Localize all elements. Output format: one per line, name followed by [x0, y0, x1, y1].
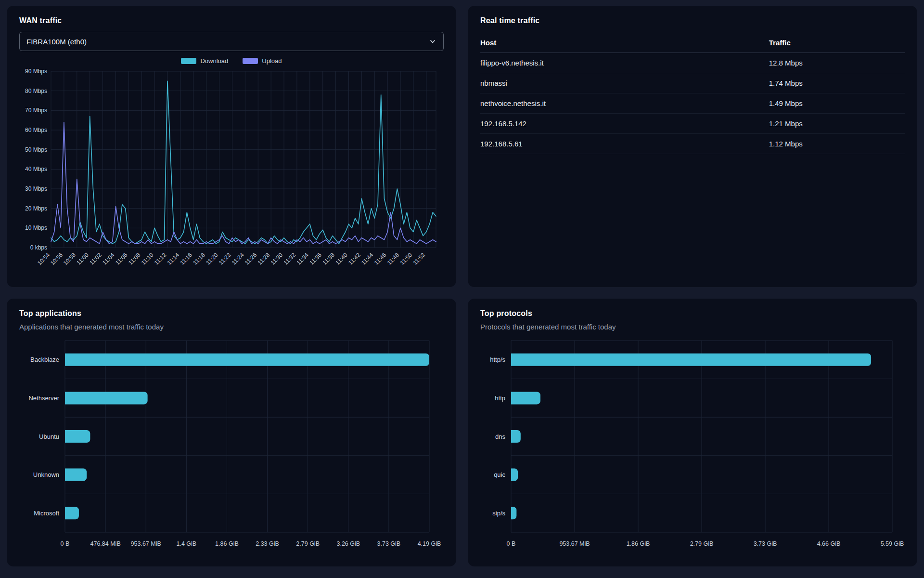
- svg-text:70 Mbps: 70 Mbps: [25, 107, 47, 114]
- upload-legend-swatch: [243, 58, 258, 64]
- svg-text:Ubuntu: Ubuntu: [39, 433, 59, 440]
- table-row: 192.168.5.142 1.21 Mbps: [480, 114, 905, 134]
- host-cell: 192.168.5.61: [480, 134, 769, 154]
- upload-legend-label: Upload: [262, 57, 282, 65]
- download-legend-swatch: [181, 58, 196, 64]
- svg-text:11:52: 11:52: [411, 251, 426, 266]
- svg-text:http/s: http/s: [490, 356, 505, 363]
- svg-text:11:08: 11:08: [127, 251, 142, 266]
- top-applications-subtitle: Applications that generated most traffic…: [19, 323, 444, 331]
- table-row: nethvoice.nethesis.it 1.49 Mbps: [480, 93, 905, 114]
- svg-text:476.84 MiB: 476.84 MiB: [90, 540, 120, 547]
- svg-text:30 Mbps: 30 Mbps: [25, 185, 47, 192]
- svg-text:11:40: 11:40: [334, 251, 349, 266]
- svg-text:3.26 GiB: 3.26 GiB: [336, 540, 360, 547]
- svg-text:sip/s: sip/s: [492, 510, 505, 517]
- svg-text:11:20: 11:20: [205, 251, 219, 266]
- svg-text:11:32: 11:32: [282, 251, 297, 266]
- svg-text:Backblaze: Backblaze: [30, 356, 59, 363]
- download-legend-label: Download: [200, 57, 228, 65]
- svg-text:11:42: 11:42: [347, 251, 362, 266]
- svg-text:11:24: 11:24: [231, 251, 245, 266]
- top-protocols-subtitle: Protocols that generated most traffic to…: [480, 323, 905, 331]
- legend-item-download[interactable]: Download: [181, 57, 228, 65]
- top-protocols-chart: 0 B953.67 MiB1.86 GiB2.79 GiB3.73 GiB4.6…: [480, 338, 905, 552]
- svg-text:11:48: 11:48: [386, 251, 401, 266]
- svg-text:10:58: 10:58: [62, 251, 77, 266]
- svg-text:11:18: 11:18: [192, 251, 206, 266]
- svg-text:4.19 GiB: 4.19 GiB: [418, 540, 441, 547]
- wan-traffic-title: WAN traffic: [19, 16, 444, 25]
- top-protocols-card: Top protocols Protocols that generated m…: [468, 299, 917, 566]
- svg-text:11:22: 11:22: [218, 251, 232, 266]
- svg-text:Unknown: Unknown: [33, 471, 59, 478]
- chevron-down-icon: [429, 38, 436, 45]
- svg-text:11:38: 11:38: [321, 251, 336, 266]
- svg-text:11:26: 11:26: [244, 251, 258, 266]
- svg-text:Nethserver: Nethserver: [28, 394, 59, 402]
- traffic-cell: 1.49 Mbps: [769, 93, 905, 114]
- svg-text:60 Mbps: 60 Mbps: [25, 127, 47, 133]
- table-row: nbmassi 1.74 Mbps: [480, 73, 905, 93]
- svg-text:11:10: 11:10: [140, 251, 155, 266]
- svg-text:1.86 GiB: 1.86 GiB: [215, 540, 239, 547]
- svg-text:11:04: 11:04: [101, 251, 116, 266]
- svg-text:953.67 MiB: 953.67 MiB: [559, 540, 590, 547]
- svg-text:953.67 MiB: 953.67 MiB: [131, 540, 161, 547]
- svg-text:11:46: 11:46: [373, 251, 388, 266]
- svg-text:11:50: 11:50: [399, 251, 414, 266]
- host-cell: nethvoice.nethesis.it: [480, 93, 769, 114]
- svg-text:11:44: 11:44: [360, 251, 375, 266]
- host-cell: nbmassi: [480, 73, 769, 93]
- svg-text:11:02: 11:02: [88, 251, 103, 266]
- table-header-row: Host Traffic: [480, 33, 905, 53]
- svg-text:11:00: 11:00: [75, 251, 90, 266]
- svg-text:10 Mbps: 10 Mbps: [25, 224, 47, 231]
- host-cell: 192.168.5.142: [480, 114, 769, 134]
- svg-text:11:30: 11:30: [270, 251, 284, 266]
- svg-text:11:36: 11:36: [308, 251, 323, 266]
- svg-text:11:34: 11:34: [295, 251, 310, 266]
- traffic-cell: 1.74 Mbps: [769, 73, 905, 93]
- svg-text:10:54: 10:54: [36, 251, 51, 266]
- table-row: filippo-v6.nethesis.it 12.8 Mbps: [480, 53, 905, 73]
- svg-text:1.4 GiB: 1.4 GiB: [176, 540, 196, 547]
- svg-text:2.79 GiB: 2.79 GiB: [296, 540, 320, 547]
- svg-text:50 Mbps: 50 Mbps: [25, 146, 47, 153]
- top-applications-chart: 0 B476.84 MiB953.67 MiB1.4 GiB1.86 GiB2.…: [19, 338, 444, 552]
- legend-item-upload[interactable]: Upload: [243, 57, 282, 65]
- realtime-traffic-card: Real time traffic Host Traffic filippo-v…: [468, 6, 917, 287]
- svg-text:40 Mbps: 40 Mbps: [25, 166, 47, 172]
- svg-text:11:16: 11:16: [179, 251, 193, 266]
- svg-text:11:14: 11:14: [166, 251, 181, 266]
- host-cell: filippo-v6.nethesis.it: [480, 53, 769, 73]
- svg-text:quic: quic: [494, 471, 505, 478]
- top-protocols-title: Top protocols: [480, 309, 905, 318]
- traffic-cell: 12.8 Mbps: [769, 53, 905, 73]
- svg-text:0 B: 0 B: [507, 540, 516, 547]
- svg-text:Microsoft: Microsoft: [34, 510, 59, 517]
- svg-text:http: http: [495, 394, 505, 402]
- top-applications-title: Top applications: [19, 309, 444, 318]
- svg-text:0 kbps: 0 kbps: [30, 244, 47, 251]
- table-row: 192.168.5.61 1.12 Mbps: [480, 134, 905, 154]
- wan-traffic-chart: 90 Mbps80 Mbps70 Mbps60 Mbps50 Mbps40 Mb…: [19, 67, 444, 279]
- chart-legend: Download Upload: [19, 57, 444, 65]
- svg-text:4.66 GiB: 4.66 GiB: [817, 540, 841, 547]
- wan-traffic-card: WAN traffic FIBRA100M (eth0) Download Up…: [7, 6, 456, 287]
- svg-text:11:06: 11:06: [114, 251, 129, 266]
- dashboard: WAN traffic FIBRA100M (eth0) Download Up…: [0, 0, 924, 572]
- traffic-column-header: Traffic: [769, 33, 905, 53]
- svg-text:20 Mbps: 20 Mbps: [25, 205, 47, 212]
- svg-text:90 Mbps: 90 Mbps: [25, 68, 47, 75]
- traffic-cell: 1.12 Mbps: [769, 134, 905, 154]
- svg-text:2.33 GiB: 2.33 GiB: [256, 540, 279, 547]
- wan-interface-selected-value: FIBRA100M (eth0): [26, 38, 87, 46]
- svg-text:0 B: 0 B: [61, 540, 70, 547]
- svg-text:2.79 GiB: 2.79 GiB: [690, 540, 714, 547]
- wan-interface-select[interactable]: FIBRA100M (eth0): [19, 32, 444, 51]
- svg-text:11:12: 11:12: [153, 251, 168, 266]
- host-column-header: Host: [480, 33, 769, 53]
- traffic-cell: 1.21 Mbps: [769, 114, 905, 134]
- realtime-traffic-title: Real time traffic: [480, 16, 905, 25]
